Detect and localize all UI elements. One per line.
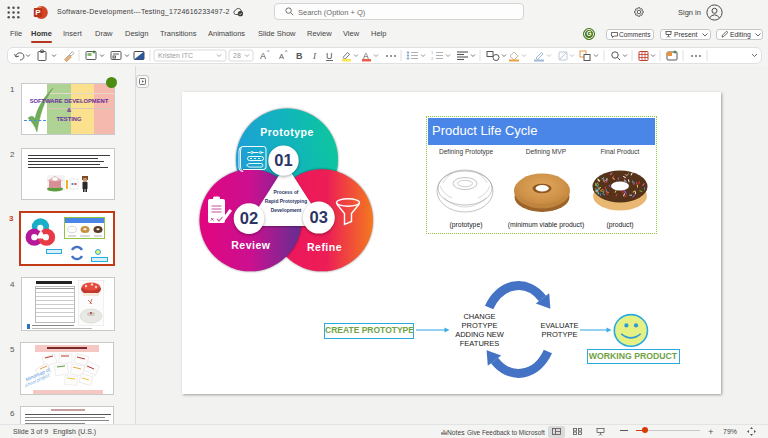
- svg-text:Rapid Prototyping: Rapid Prototyping: [265, 199, 307, 204]
- svg-text:P: P: [35, 8, 41, 17]
- svg-text:28: 28: [233, 52, 241, 59]
- svg-text:02: 02: [240, 209, 258, 227]
- svg-text:1: 1: [431, 50, 434, 55]
- svg-text:A: A: [260, 51, 266, 61]
- svg-text:Prototype: Prototype: [260, 126, 314, 138]
- svg-text:U: U: [326, 51, 333, 61]
- svg-text:03: 03: [310, 208, 328, 226]
- svg-text:I: I: [312, 51, 317, 61]
- svg-text:2: 2: [431, 56, 434, 61]
- svg-text:Kristen ITC: Kristen ITC: [158, 52, 193, 59]
- svg-text:^: ^: [267, 49, 270, 55]
- svg-text:B: B: [296, 51, 303, 61]
- svg-text:A: A: [279, 52, 284, 61]
- svg-text:Refine: Refine: [307, 241, 342, 253]
- svg-text:Review: Review: [231, 239, 271, 251]
- svg-text:Process of: Process of: [273, 190, 298, 195]
- svg-text:Development: Development: [271, 208, 302, 213]
- svg-text:01: 01: [274, 151, 292, 169]
- svg-text:^: ^: [285, 49, 288, 55]
